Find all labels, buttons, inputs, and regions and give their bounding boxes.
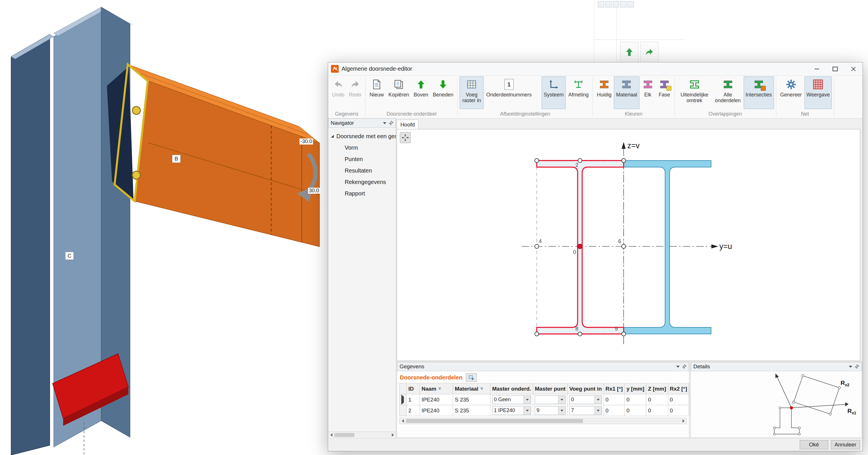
undo-button[interactable]: Undo [330,77,346,109]
cell-naam[interactable]: IPE240 [420,394,453,405]
master-onderd-dropdown[interactable]: 1 IPE240 [492,406,531,415]
tree-item-vorm[interactable]: Vorm [328,142,396,153]
button-label: Systeem [544,92,564,98]
background-toolbar-icon[interactable] [620,1,626,7]
dropdown-button[interactable] [594,396,601,404]
dropdown-button[interactable] [558,396,565,404]
close-button[interactable] [844,62,863,75]
dialog-titlebar[interactable]: Algemene doorsnede-editor [328,62,863,76]
tree-item-rapport[interactable]: Rapport [328,188,396,199]
new-part-button[interactable]: Nieuw [368,77,386,109]
scroll-right-button[interactable] [680,418,686,424]
voeg-punt-dropdown[interactable]: 0 [569,396,602,404]
3d-connection-viewport[interactable] [0,0,332,455]
tree-item-root[interactable]: Doorsnede met een gen [328,131,396,142]
pin-icon[interactable] [855,364,859,369]
column-header-rx1: Rx1 [°] [603,383,624,394]
redo-button[interactable]: Redo [347,77,363,109]
scroll-left-button[interactable] [328,432,334,438]
cell-id[interactable]: 1 [406,394,420,405]
orange-beam[interactable] [128,64,319,247]
color-phase-button[interactable]: Fase [656,77,673,109]
table-horizontal-scrollbar[interactable] [399,418,687,424]
row-indicator[interactable] [400,405,407,416]
tree-item-punten[interactable]: Punten [328,153,396,165]
dropdown-button[interactable] [594,407,601,415]
navigator-tree: Doorsnede met een gen Vorm Punten Result… [328,127,396,199]
master-onderd-dropdown[interactable]: 0 Geen [492,396,531,404]
move-down-button[interactable]: Beneden [431,77,455,109]
generate-mesh-button[interactable]: Genereer [778,77,804,109]
expander-icon[interactable] [331,135,334,138]
navigator-horizontal-scrollbar[interactable] [328,431,396,438]
section-origin-node[interactable] [578,244,582,249]
tree-item-resultaten[interactable]: Resultaten [328,165,396,176]
maximize-button[interactable] [826,62,844,75]
tree-item-rekengegevens[interactable]: Rekengegevens [328,176,396,188]
pin-icon[interactable] [389,121,393,125]
row-indicator-header [400,383,407,394]
filter-icon[interactable] [438,387,441,391]
cell-materiaal[interactable]: S 235 [453,394,491,405]
cell-rx1[interactable]: 0 [603,394,624,405]
tab-doorsnede-onderdelen[interactable]: Doorsnede-onderdelen [400,374,462,381]
current-row-indicator[interactable] [400,394,407,405]
cell-naam[interactable]: IPE240 [420,405,453,416]
insert-raster-button[interactable]: Voeg raster in [460,77,484,109]
system-axes-button[interactable]: Systeem [541,77,566,109]
ok-button[interactable]: Oké [800,440,828,449]
final-outline-button[interactable]: Uiteindelijke omtrek [677,77,712,109]
dimension-button[interactable]: Afmeting [566,77,590,109]
background-toolbar-icon[interactable] [628,1,634,7]
color-material-button[interactable]: Materiaal [614,77,639,109]
copy-part-button[interactable]: Kopiëren [386,77,411,109]
cancel-button[interactable]: Annuleer [831,440,860,449]
minimize-button[interactable] [808,62,826,75]
background-toolbar-icon[interactable] [605,1,612,7]
pin-icon[interactable] [682,364,686,369]
chevron-down-icon[interactable] [849,366,852,368]
pan-tool-button[interactable] [400,132,411,143]
cell-id[interactable]: 2 [406,405,420,416]
move-up-button[interactable]: Boven [411,77,430,109]
background-ribbon-button[interactable] [640,42,658,62]
cell-rx2[interactable]: 0 [668,394,689,405]
background-toolbar-icon[interactable] [613,1,619,7]
cell-y[interactable]: 0 [624,405,646,416]
dropdown-button[interactable] [524,396,531,404]
scroll-left-button[interactable] [400,418,406,424]
master-punt-dropdown[interactable]: 9 [535,406,566,415]
cell-y[interactable]: 0 [624,394,646,405]
chevron-down-icon[interactable] [676,366,680,368]
cell-rx1[interactable]: 0 [603,405,624,416]
cell-rx2[interactable]: 0 [668,405,689,416]
color-each-button[interactable]: Elk [640,77,656,109]
tab-hoofd[interactable]: Hoofd [397,120,418,129]
background-ribbon-button[interactable] [620,42,639,62]
button-label: Beneden [433,92,453,98]
intersections-button[interactable]: Intersecties [744,77,774,109]
section-part-2[interactable] [624,161,711,334]
master-punt-dropdown[interactable] [535,396,566,404]
show-mesh-button[interactable]: Weergave [805,77,832,109]
scrollbar-thumb[interactable] [406,419,583,423]
all-parts-button[interactable]: Alle onderdelen [713,77,743,109]
main-area: Hoofd z=v y=u [396,118,863,438]
chevron-down-icon[interactable] [383,122,386,124]
dropdown-button[interactable] [558,407,565,415]
dropdown-button[interactable] [524,407,531,415]
section-canvas[interactable]: z=v y=u [397,129,860,361]
cell-z[interactable]: 0 [646,405,668,416]
filter-icon[interactable] [480,387,484,391]
svg-text:6: 6 [618,238,621,244]
background-toolbar-icon[interactable] [598,1,604,7]
add-part-button[interactable] [466,373,477,382]
scrollbar-thumb[interactable] [334,433,354,437]
color-current-button[interactable]: Huidig [595,77,613,109]
part-numbers-button[interactable]: 1 Onderdeelnummers [484,77,534,109]
scroll-right-button[interactable] [390,432,396,438]
cell-materiaal[interactable]: S 235 [453,405,491,416]
cell-z[interactable]: 0 [646,394,668,405]
svg-text:9: 9 [615,326,618,332]
voeg-punt-dropdown[interactable]: 7 [569,406,602,415]
